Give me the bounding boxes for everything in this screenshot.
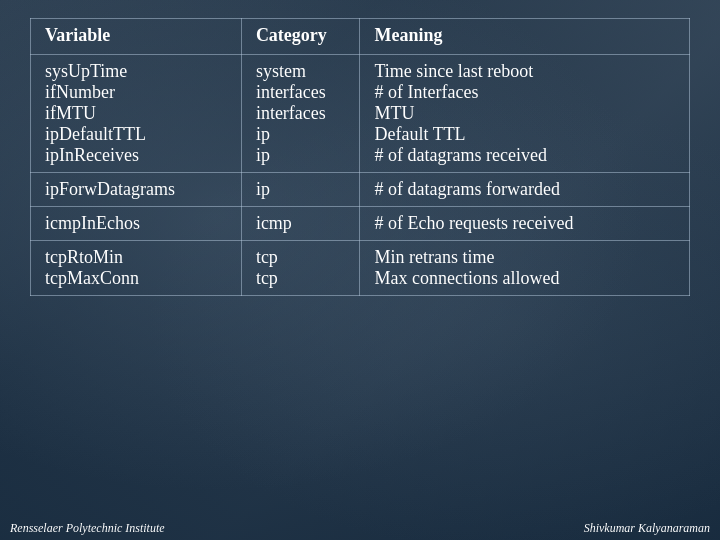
cell-category: tcp tcp xyxy=(241,241,360,296)
header-col1: Variable xyxy=(31,19,242,55)
cell-variable: sysUpTime ifNumber ifMTU ipDefaultTTL ip… xyxy=(31,55,242,173)
cell-meaning: # of Echo requests received xyxy=(360,207,690,241)
footer: Rensselaer Polytechnic Institute Shivkum… xyxy=(0,517,720,540)
cell-variable: tcpRtoMin tcpMaxConn xyxy=(31,241,242,296)
cell-meaning: Time since last reboot # of Interfaces M… xyxy=(360,55,690,173)
header-col2: Category xyxy=(241,19,360,55)
table-row: sysUpTime ifNumber ifMTU ipDefaultTTL ip… xyxy=(31,55,690,173)
cell-category: system interfaces interfaces ip ip xyxy=(241,55,360,173)
cell-variable: icmpInEchos xyxy=(31,207,242,241)
main-container: Variable Category Meaning sysUpTime ifNu… xyxy=(30,18,690,522)
cell-variable: ipForwDatagrams xyxy=(31,173,242,207)
cell-category: icmp xyxy=(241,207,360,241)
footer-left: Rensselaer Polytechnic Institute xyxy=(10,521,165,536)
footer-right: Shivkumar Kalyanaraman xyxy=(584,521,710,536)
table-row: icmpInEchos icmp # of Echo requests rece… xyxy=(31,207,690,241)
data-table: Variable Category Meaning sysUpTime ifNu… xyxy=(30,18,690,296)
table-header-row: Variable Category Meaning xyxy=(31,19,690,55)
cell-meaning: # of datagrams forwarded xyxy=(360,173,690,207)
table-row: ipForwDatagrams ip # of datagrams forwar… xyxy=(31,173,690,207)
cell-category: ip xyxy=(241,173,360,207)
table-row: tcpRtoMin tcpMaxConn tcp tcp Min retrans… xyxy=(31,241,690,296)
header-col3: Meaning xyxy=(360,19,690,55)
cell-meaning: Min retrans time Max connections allowed xyxy=(360,241,690,296)
